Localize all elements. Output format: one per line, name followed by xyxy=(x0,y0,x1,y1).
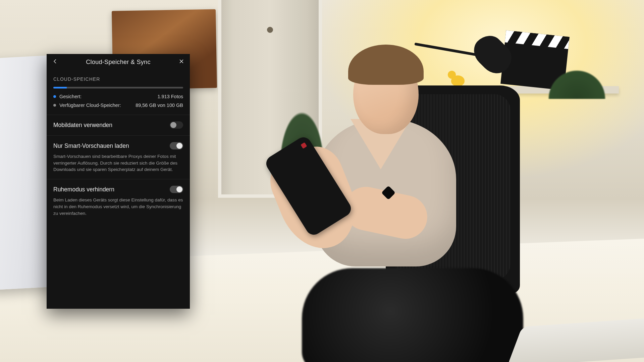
setting-label: Nur Smart-Vorschauen laden xyxy=(53,142,129,150)
toggle-knob-icon xyxy=(176,186,182,192)
toggle-smart-previews[interactable] xyxy=(170,142,183,149)
person xyxy=(275,39,483,300)
storage-bar xyxy=(53,87,183,88)
setting-description: Beim Laden dieses Geräts sorgt diese Ein… xyxy=(53,197,183,217)
cloud-sync-panel: Cloud-Speicher & Sync CLOUD-SPEICHER Ges… xyxy=(47,54,190,309)
legend-label: Gesichert: xyxy=(59,93,82,100)
setting-description: Smart-Vorschauen sind bearbeitbare Proxy… xyxy=(53,153,183,173)
panel-header: Cloud-Speicher & Sync xyxy=(47,54,190,71)
toggle-prevent-sleep[interactable] xyxy=(170,186,183,193)
setting-mobile-data: Mobildaten verwenden xyxy=(47,115,190,136)
dot-icon xyxy=(53,95,56,98)
toggle-knob-icon xyxy=(170,122,176,128)
setting-label: Mobildaten verwenden xyxy=(53,121,112,129)
section-label-cloud-storage: CLOUD-SPEICHER xyxy=(47,71,190,85)
dot-icon xyxy=(53,104,56,107)
setting-prevent-sleep: Ruhemodus verhindern Beim Laden dieses G… xyxy=(47,179,190,223)
setting-smart-previews: Nur Smart-Vorschauen laden Smart-Vorscha… xyxy=(47,136,190,179)
toggle-knob-icon xyxy=(176,143,182,149)
toggle-mobile-data[interactable] xyxy=(170,121,183,129)
close-icon xyxy=(178,58,184,67)
legend-available: Verfügbarer Cloud-Speicher: 89,56 GB von… xyxy=(53,102,183,109)
dslr-camera xyxy=(302,268,523,362)
legend-value: 89,56 GB von 100 GB xyxy=(136,102,183,109)
close-button[interactable] xyxy=(173,54,190,71)
setting-label: Ruhemodus verhindern xyxy=(53,185,114,194)
plant-icon xyxy=(530,49,624,99)
legend-value: 1.913 Fotos xyxy=(157,93,183,100)
storage-summary: Gesichert: 1.913 Fotos Verfügbarer Cloud… xyxy=(47,85,190,115)
person-hair xyxy=(348,45,424,85)
legend-label: Verfügbarer Cloud-Speicher: xyxy=(59,102,121,109)
panel-title: Cloud-Speicher & Sync xyxy=(47,54,190,71)
legend-backed-up: Gesichert: 1.913 Fotos xyxy=(53,93,183,100)
storage-bar-fill xyxy=(53,87,67,88)
